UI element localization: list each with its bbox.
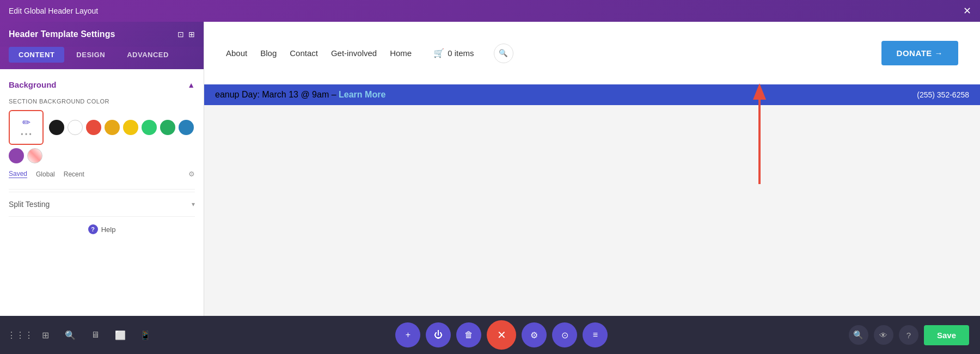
tab-advanced[interactable]: Advanced (117, 47, 179, 63)
cart-label: 0 items (448, 48, 474, 58)
add-section-button[interactable]: + (395, 322, 420, 347)
color-swatch-yellow[interactable] (123, 120, 138, 135)
toolbar-tablet-icon[interactable]: ⬜ (111, 326, 130, 344)
cart-icon: 🛒 (433, 48, 444, 58)
panel-title: Header Template Settings (9, 29, 115, 39)
announcement-link[interactable]: Learn More (339, 90, 385, 99)
color-swatch-custom[interactable] (27, 148, 42, 163)
nav-link-blog[interactable]: Blog (260, 48, 277, 58)
background-section-header: Background ▲ (9, 80, 195, 89)
history-button[interactable]: ⊙ (552, 322, 577, 347)
close-red-button[interactable]: ✕ (487, 320, 516, 350)
panel-header-icons: ⊡ ⊞ (177, 30, 195, 39)
settings-button[interactable]: ⚙ (522, 322, 547, 347)
nav-link-contact[interactable]: Contact (290, 48, 318, 58)
resize-icon[interactable]: ⊡ (177, 30, 184, 39)
cart-area[interactable]: 🛒 0 items (433, 48, 474, 58)
saved-tab-saved[interactable]: Saved (9, 170, 27, 178)
color-swatch-green[interactable] (142, 120, 157, 135)
gear-icon[interactable]: ⚙ (188, 170, 195, 178)
search-button[interactable]: 🔍 (494, 44, 513, 63)
split-testing-row[interactable]: Split Testing ▾ (9, 192, 195, 216)
panel-header: Header Template Settings ⊡ ⊞ (0, 22, 204, 47)
nav-link-about[interactable]: About (226, 48, 247, 58)
color-swatch-red[interactable] (86, 120, 101, 135)
color-swatch-dark-green[interactable] (160, 120, 175, 135)
background-section-title: Background (9, 80, 57, 89)
toolbar-layout-icon[interactable]: ⊞ (36, 326, 54, 344)
toolbar-center: + ⏻ 🗑 ✕ ⚙ ⊙ ≡ (395, 320, 608, 350)
announcement-phone: (255) 352-6258 (917, 90, 969, 99)
background-toggle[interactable]: ▲ (187, 81, 195, 89)
stats-button[interactable]: ≡ (583, 322, 608, 347)
help-label: Help (101, 225, 116, 234)
left-panel: Header Template Settings ⊡ ⊞ Content Des… (0, 22, 204, 354)
power-button[interactable]: ⏻ (426, 322, 451, 347)
title-bar-text: Edit Global Header Layout (9, 7, 98, 15)
edit-pencil-icon: ✏ (22, 117, 30, 129)
swatch-dots: • • • (21, 131, 31, 138)
toolbar-right-help[interactable]: ? (899, 325, 918, 345)
main-area: About Blog Contact Get-involved Home 🛒 0… (204, 22, 980, 316)
title-bar: Edit Global Header Layout ✕ (0, 0, 980, 22)
color-swatch-blue[interactable] (179, 120, 194, 135)
nav-link-get-involved[interactable]: Get-involved (331, 48, 377, 58)
saved-tab-recent[interactable]: Recent (64, 170, 84, 178)
split-testing-label: Split Testing (9, 200, 50, 209)
color-edit-swatch[interactable]: ✏ • • • (9, 110, 44, 145)
saved-tab-global[interactable]: Global (36, 170, 55, 178)
divider (9, 189, 195, 190)
tab-content[interactable]: Content (9, 47, 64, 63)
help-button[interactable]: ? Help (9, 216, 195, 242)
color-swatch-black[interactable] (49, 120, 64, 135)
announcement-bar: eanup Day: March 13 @ 9am – Learn More (… (204, 84, 980, 105)
site-nav-area: About Blog Contact Get-involved Home 🛒 0… (215, 22, 881, 84)
color-swatches: ✏ • • • (9, 110, 195, 163)
delete-button[interactable]: 🗑 (456, 322, 481, 347)
panel-tabs: Content Design Advanced (0, 47, 204, 69)
toolbar-menu-icon[interactable]: ⋮⋮⋮ (11, 326, 29, 344)
announcement-text-area: eanup Day: March 13 @ 9am – Learn More (215, 90, 385, 100)
toolbar-right-search[interactable]: 🔍 (849, 325, 868, 345)
toolbar-right: 🔍 👁 ? Save (849, 325, 969, 345)
color-swatch-purple[interactable] (9, 148, 24, 163)
color-swatch-white[interactable] (68, 120, 83, 135)
site-header: About Blog Contact Get-involved Home 🛒 0… (204, 22, 980, 84)
split-testing-chevron: ▾ (192, 200, 195, 208)
tab-design[interactable]: Design (66, 47, 115, 63)
bottom-toolbar: ⋮⋮⋮ ⊞ 🔍 🖥 ⬜ 📱 + ⏻ 🗑 ✕ ⚙ ⊙ ≡ 🔍 👁 ? Save (0, 316, 980, 354)
toolbar-left: ⋮⋮⋮ ⊞ 🔍 🖥 ⬜ 📱 (11, 326, 155, 344)
help-icon: ? (88, 224, 98, 234)
search-icon: 🔍 (499, 49, 508, 57)
nav-link-home[interactable]: Home (390, 48, 412, 58)
toolbar-mobile-icon[interactable]: 📱 (136, 326, 155, 344)
panel-content: Background ▲ Section Background Color ✏ … (0, 69, 204, 325)
color-swatch-orange[interactable] (105, 120, 120, 135)
save-main-button[interactable]: Save (924, 325, 969, 345)
announcement-text: eanup Day: March 13 @ 9am – (215, 90, 336, 99)
color-label: Section Background Color (9, 98, 195, 105)
toolbar-search-icon[interactable]: 🔍 (61, 326, 79, 344)
saved-tabs: Saved Global Recent ⚙ (9, 170, 195, 178)
toolbar-right-eye[interactable]: 👁 (874, 325, 893, 345)
toolbar-desktop-icon[interactable]: 🖥 (86, 326, 105, 344)
close-button[interactable]: ✕ (963, 6, 971, 16)
nav-links: About Blog Contact Get-involved Home 🛒 0… (226, 44, 513, 63)
expand-icon[interactable]: ⊞ (188, 30, 195, 39)
donate-button[interactable]: DONATE → (881, 41, 958, 65)
